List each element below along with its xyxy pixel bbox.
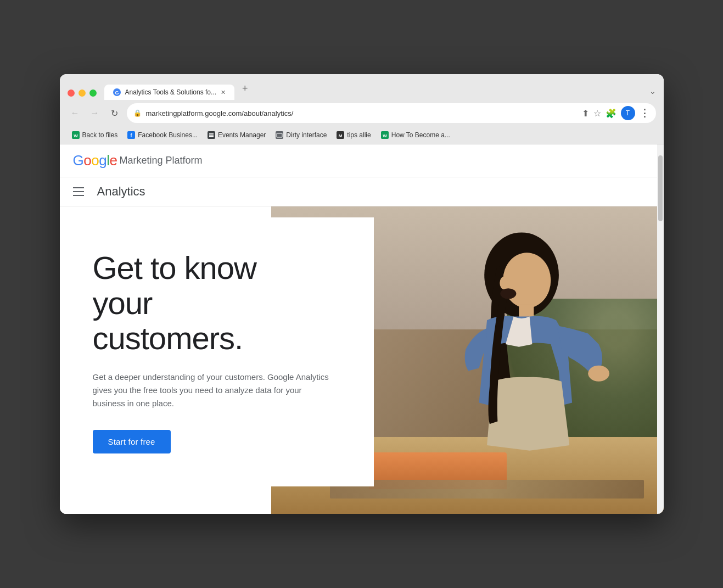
bookmark-favicon-back-to-files: W	[72, 131, 80, 139]
minimize-button[interactable]	[79, 89, 86, 97]
bookmark-label-events-manager: Events Manager	[218, 131, 266, 139]
hero-headline-line3: customers.	[93, 320, 243, 356]
svg-rect-7	[209, 133, 214, 135]
back-button[interactable]: ←	[68, 105, 83, 121]
bookmark-back-to-files[interactable]: W Back to files	[68, 130, 122, 141]
extension-button[interactable]: 🧩	[606, 108, 616, 119]
google-letter-g2: g	[99, 152, 107, 169]
bookmark-button[interactable]: ☆	[593, 108, 601, 119]
google-letter-o1: o	[83, 152, 91, 169]
hero-text-block: Get to know your customers. Get a deeper…	[60, 217, 374, 486]
profile-avatar[interactable]: T	[621, 106, 635, 120]
address-bar-row: ← → ↻ 🔒 marketingplatform.google.com/abo…	[60, 100, 664, 127]
bookmark-events-manager[interactable]: Events Manager	[203, 130, 270, 141]
google-letter-e: e	[109, 152, 117, 169]
google-logo: G o o g l e	[73, 152, 117, 169]
table-top	[330, 480, 644, 499]
gmp-header: G o o g l e Marketing Platform	[60, 144, 664, 177]
hamburger-menu-button[interactable]	[71, 183, 88, 200]
new-tab-button[interactable]: +	[237, 80, 254, 100]
bookmark-label-back-to-files: Back to files	[82, 131, 118, 139]
analytics-nav: Analytics	[60, 177, 664, 206]
tab-favicon: G	[113, 88, 121, 96]
bookmark-how-to-become[interactable]: W How To Become a...	[377, 130, 455, 141]
tab-title: Analytics Tools & Solutions fo...	[125, 88, 217, 96]
page-content: G o o g l e Marketing Platform Analytics	[60, 144, 664, 514]
tab-overflow-button[interactable]: ⌄	[649, 87, 656, 100]
tab-close-button[interactable]: ✕	[221, 89, 226, 96]
bookmark-favicon-events-manager	[208, 131, 215, 139]
svg-text:G: G	[115, 90, 119, 96]
scrollbar-track	[657, 144, 664, 514]
svg-text:W: W	[74, 133, 78, 138]
google-letter-o2: o	[91, 152, 99, 169]
analytics-nav-title: Analytics	[97, 184, 145, 199]
svg-text:M: M	[339, 133, 343, 138]
bookmark-dirty-interface[interactable]: Dirty interface	[271, 130, 331, 141]
hero-headline-line1: Get to know	[93, 250, 256, 285]
bookmark-favicon-dirty-interface	[276, 131, 283, 139]
hamburger-line-2	[73, 191, 84, 192]
bookmark-favicon-facebook: f	[127, 131, 135, 139]
close-button[interactable]	[68, 89, 75, 97]
bookmark-label-facebook: Facebook Busines...	[138, 131, 198, 139]
hero-subtext: Get a deeper understanding of your custo…	[93, 371, 334, 410]
svg-point-20	[500, 288, 516, 299]
lock-icon: 🔒	[133, 109, 142, 117]
bookmark-tips-allie[interactable]: M tips allie	[332, 130, 375, 141]
browser-menu-button[interactable]: ⋮	[640, 107, 649, 119]
share-button[interactable]: ⬆	[582, 108, 589, 119]
bookmark-label-tips-allie: tips allie	[347, 131, 371, 139]
address-text: marketingplatform.google.com/about/analy…	[146, 109, 578, 117]
hero-headline-line2: your	[93, 285, 153, 321]
title-bar: G Analytics Tools & Solutions fo... ✕ + …	[60, 74, 664, 100]
google-letter-g: G	[73, 152, 84, 169]
forward-button[interactable]: →	[87, 105, 103, 121]
svg-rect-9	[209, 136, 214, 137]
address-actions: ⬆ ☆ 🧩 T ⋮	[582, 106, 649, 120]
reload-button[interactable]: ↻	[107, 105, 122, 121]
browser-content: G o o g l e Marketing Platform Analytics	[60, 144, 664, 514]
bookmark-label-dirty-interface: Dirty interface	[286, 131, 327, 139]
bookmark-facebook-business[interactable]: f Facebook Busines...	[123, 130, 202, 141]
hero-headline: Get to know your customers.	[93, 250, 352, 355]
bookmark-label-how-to-become: How To Become a...	[391, 131, 450, 139]
tab-row: G Analytics Tools & Solutions fo... ✕ + …	[68, 80, 656, 100]
svg-rect-8	[209, 135, 214, 136]
scrollbar-thumb[interactable]	[658, 155, 663, 221]
maximize-button[interactable]	[89, 89, 97, 97]
bookmark-favicon-how-to-become: W	[381, 131, 389, 139]
svg-point-18	[588, 366, 609, 382]
hamburger-line-3	[73, 195, 84, 196]
hamburger-line-1	[73, 187, 84, 188]
svg-point-16	[503, 253, 551, 308]
traffic-lights	[68, 89, 97, 100]
browser-window: G Analytics Tools & Solutions fo... ✕ + …	[60, 74, 664, 514]
bookmark-favicon-tips-allie: M	[337, 131, 344, 139]
start-for-free-button[interactable]: Start for free	[93, 430, 171, 453]
address-bar[interactable]: 🔒 marketingplatform.google.com/about/ana…	[127, 103, 656, 123]
platform-text: Marketing Platform	[119, 155, 202, 166]
bookmarks-bar: W Back to files f Facebook Busines... Ev…	[60, 127, 664, 144]
hero-section: Get to know your customers. Get a deeper…	[60, 206, 664, 514]
svg-point-19	[500, 277, 508, 289]
svg-text:W: W	[383, 133, 387, 138]
active-tab[interactable]: G Analytics Tools & Solutions fo... ✕	[104, 85, 235, 100]
